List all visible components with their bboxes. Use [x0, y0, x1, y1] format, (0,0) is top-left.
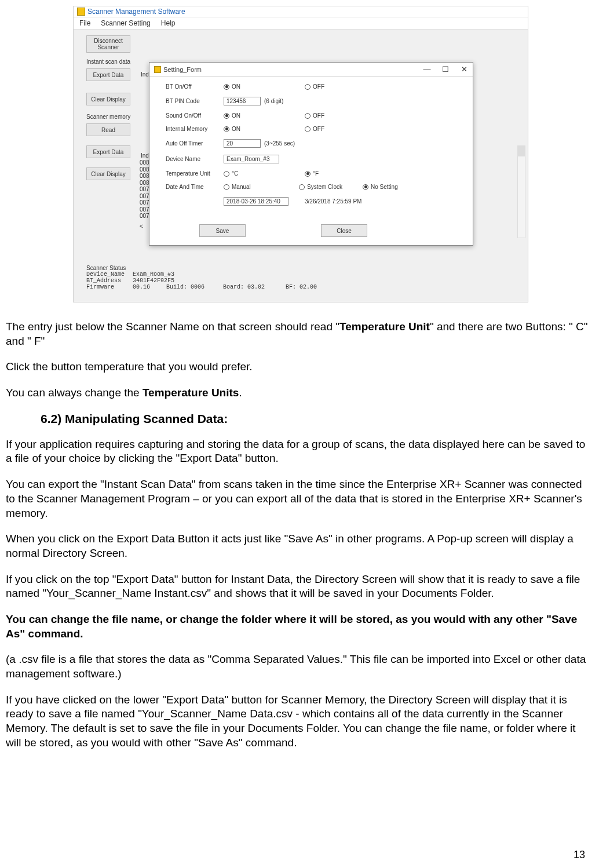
dt-system-value: 3/26/2018 7:25:59 PM	[305, 198, 361, 205]
scanner-status: Scanner Status Device_NameExam_Room_#3 B…	[86, 261, 317, 290]
export-data-instant-button[interactable]: Export Data	[86, 68, 130, 81]
bt-pin-hint: (6 digit)	[264, 98, 283, 104]
setting-form-dialog: Setting_Form — ☐ ✕ BT On/Off ON	[149, 62, 473, 246]
paragraph: When you click on the Export Data Button…	[6, 532, 593, 560]
read-button[interactable]: Read	[86, 123, 130, 136]
paragraph: You can change the file name, or change …	[6, 612, 593, 641]
bt-on-radio[interactable]: ON	[224, 83, 276, 90]
paragraph: If your application requires capturing a…	[6, 437, 593, 466]
dt-system-radio[interactable]: System Clock	[299, 184, 363, 190]
instant-scan-label: Instant scan data	[86, 59, 138, 65]
paragraph: You can export the "Instant Scan Data" f…	[6, 477, 593, 520]
close-button[interactable]: Close	[321, 224, 367, 237]
date-time-label: Date And Time	[166, 184, 224, 190]
menu-file[interactable]: File	[79, 19, 90, 27]
bt-pin-label: BT PIN Code	[166, 98, 224, 104]
save-button[interactable]: Save	[199, 224, 246, 237]
scanner-mgmt-window: Scanner Management Software File Scanner…	[73, 6, 528, 302]
temp-c-radio[interactable]: °C	[224, 170, 276, 177]
dialog-icon	[154, 66, 161, 73]
dialog-titlebar: Setting_Form	[154, 66, 202, 73]
memory-scrollbar[interactable]	[517, 145, 525, 238]
screenshot-container: Scanner Management Software File Scanner…	[73, 6, 593, 302]
dt-manual-input[interactable]: 2018-03-26 18:25:40	[224, 197, 288, 206]
app-titlebar: Scanner Management Software	[74, 6, 528, 17]
device-name-label: Device Name	[166, 156, 224, 162]
app-icon	[77, 8, 85, 16]
device-name-input[interactable]: Exam_Room_#3	[224, 155, 279, 163]
auto-off-timer-input[interactable]: 20	[224, 139, 261, 148]
paragraph: You can always change the Temperature Un…	[6, 386, 593, 400]
menubar: File Scanner Setting Help	[74, 17, 528, 30]
auto-off-timer-label: Auto Off Timer	[166, 140, 224, 147]
paragraph: The entry just below the Scanner Name on…	[6, 320, 593, 348]
menu-scanner-setting[interactable]: Scanner Setting	[101, 19, 150, 27]
clear-display-instant-button[interactable]: Clear Display	[86, 93, 130, 105]
minimize-icon[interactable]: —	[423, 65, 431, 74]
paragraph: If you click on the top "Export Data" bu…	[6, 572, 593, 601]
internal-memory-label: Internal Memory	[166, 126, 224, 132]
maximize-icon[interactable]: ☐	[441, 65, 450, 74]
scroll-left-arrow[interactable]: <	[140, 223, 143, 229]
dt-manual-radio[interactable]: Manual	[224, 184, 276, 190]
menu-help[interactable]: Help	[161, 19, 176, 27]
bt-pin-input[interactable]: 123456	[224, 97, 261, 105]
sound-label: Sound On/Off	[166, 112, 224, 119]
sound-on-radio[interactable]: ON	[224, 112, 276, 119]
close-icon[interactable]: ✕	[460, 65, 468, 74]
sound-off-radio[interactable]: OFF	[305, 112, 357, 119]
page-number: 13	[574, 849, 585, 861]
clear-display-memory-button[interactable]: Clear Display	[86, 167, 130, 180]
dt-none-radio[interactable]: No Setting	[363, 184, 415, 190]
temp-f-radio[interactable]: °F	[305, 170, 357, 177]
bt-onoff-label: BT On/Off	[166, 83, 224, 90]
paragraph: Click the button temperature that you wo…	[6, 360, 593, 374]
bt-off-radio[interactable]: OFF	[305, 83, 357, 90]
mem-off-radio[interactable]: OFF	[305, 126, 357, 132]
temperature-unit-label: Temperature Unit	[166, 170, 224, 177]
scanner-memory-label: Scanner memory	[86, 114, 138, 120]
section-heading-6-2: 6.2) Manipulating Scanned Data:	[41, 412, 593, 426]
mem-on-radio[interactable]: ON	[224, 126, 276, 132]
paragraph: (a .csv file is a file that stores the d…	[6, 652, 593, 681]
auto-off-timer-hint: (3~255 sec)	[264, 140, 295, 147]
export-data-memory-button[interactable]: Export Data	[86, 145, 130, 158]
status-label: Scanner Status	[86, 265, 317, 271]
dialog-title: Setting_Form	[163, 66, 202, 73]
disconnect-button[interactable]: Disconnect Scanner	[86, 35, 130, 53]
paragraph: If you have clicked on the lower "Export…	[6, 693, 593, 750]
app-title: Scanner Management Software	[87, 8, 185, 16]
